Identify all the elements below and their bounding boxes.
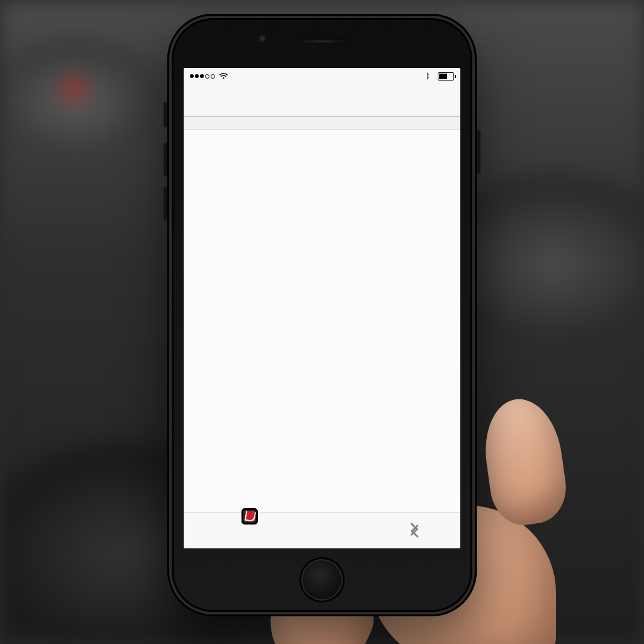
status-bar: ᛒ xyxy=(184,68,460,84)
power-button xyxy=(477,130,480,174)
wifi-icon xyxy=(219,72,228,81)
earpiece-speaker xyxy=(297,38,347,44)
volume-up-button xyxy=(164,143,167,177)
proximity-sensor xyxy=(274,36,280,42)
tab-bar xyxy=(184,513,460,548)
tab-home[interactable] xyxy=(201,522,258,540)
front-camera xyxy=(258,35,268,44)
nav-bar xyxy=(184,84,460,116)
tab-middle[interactable] xyxy=(294,522,350,540)
bluetooth-icon: ᛒ xyxy=(426,72,430,80)
battery-icon xyxy=(438,72,454,80)
home-button[interactable] xyxy=(299,557,345,602)
volume-down-button xyxy=(164,187,167,221)
signal-dots-icon xyxy=(190,74,215,79)
mute-switch xyxy=(164,102,167,127)
tab-right[interactable] xyxy=(386,523,443,538)
screen: ᛒ xyxy=(184,68,460,548)
phone-body: ᛒ xyxy=(167,14,477,616)
arrows-icon xyxy=(407,523,422,537)
code-list[interactable] xyxy=(184,116,460,513)
section-header[interactable] xyxy=(184,116,460,130)
home-icon xyxy=(242,508,258,525)
